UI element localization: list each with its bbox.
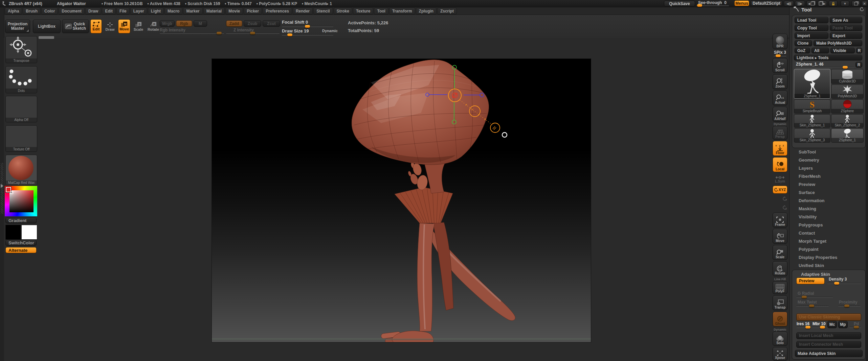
quicksave-button[interactable]: QuickSave xyxy=(664,1,695,6)
menu-marker[interactable]: Marker xyxy=(183,8,202,15)
section-preview[interactable]: Preview xyxy=(791,180,866,189)
frame-step-forward-icon[interactable]: |||▶ xyxy=(795,1,805,6)
shelf-solo-button[interactable]: Solo xyxy=(773,332,787,346)
shelf-transp-button[interactable]: Transp xyxy=(773,295,787,310)
mp-button[interactable]: Mp xyxy=(838,321,848,328)
doc-forward-icon[interactable]: ▶ xyxy=(817,1,827,6)
current-tool-slider[interactable] xyxy=(796,67,854,68)
import-button[interactable]: Import xyxy=(795,32,828,39)
menu-document[interactable]: Document xyxy=(59,8,85,15)
shelf-ghost-button[interactable]: Ghost xyxy=(773,312,787,327)
tray-stroke-dots-thumb[interactable]: Dots xyxy=(5,66,37,93)
focal-shift-slider[interactable] xyxy=(282,26,333,27)
thumbnail-zsphere[interactable]: ZSphere xyxy=(831,99,864,114)
clone-button[interactable]: Clone xyxy=(795,40,812,46)
section-morph-target[interactable]: Morph Target xyxy=(791,237,866,245)
main-color-swatch[interactable] xyxy=(5,225,21,240)
panel-reset-icon[interactable] xyxy=(860,7,864,11)
shelf-actual-button[interactable]: x1 Actual xyxy=(773,91,787,105)
tray-alpha-thumb[interactable]: Alpha Off xyxy=(5,96,37,122)
pd-handle[interactable] xyxy=(854,326,859,329)
visible-button[interactable]: Visible xyxy=(830,48,855,53)
lightbox-button[interactable]: LightBox xyxy=(33,20,61,33)
thumbnail-skin-zsphere-2[interactable]: Skin_ZSphere_2 xyxy=(831,114,864,128)
make-adaptive-skin-button[interactable]: Make Adaptive Skin xyxy=(795,350,863,357)
current-tool-handle[interactable] xyxy=(843,66,848,69)
thumbnail-zsphere-1[interactable]: ZSphere_1 xyxy=(831,128,864,143)
menu-layer[interactable]: Layer xyxy=(130,8,147,15)
make-polymesh3d-button[interactable]: Make PolyMesh3D xyxy=(814,40,862,46)
shelf-scale-button[interactable]: Scale xyxy=(773,245,787,260)
menu-texture[interactable]: Texture xyxy=(353,8,373,15)
shelf-xpose-button[interactable]: Xpose xyxy=(773,347,787,361)
rotate-button[interactable]: R Rotate xyxy=(147,20,160,33)
section-fibermesh[interactable]: FiberMesh xyxy=(791,172,866,180)
menu-movie[interactable]: Movie xyxy=(225,8,243,15)
pd-slider[interactable] xyxy=(849,327,861,328)
thumbnail-simplebrush[interactable]: S SimpleBrush xyxy=(794,99,830,114)
proximity-slider[interactable] xyxy=(838,306,861,307)
goz-button[interactable]: GoZ xyxy=(795,48,810,53)
menu-picker[interactable]: Picker xyxy=(244,8,262,15)
goz-r-button[interactable]: R xyxy=(856,48,862,53)
adaptive-skin-header[interactable]: Adaptive Skin xyxy=(801,272,830,277)
draw-size-handle[interactable] xyxy=(287,33,292,36)
menu-file[interactable]: File xyxy=(116,8,130,15)
density-slider[interactable] xyxy=(827,283,861,284)
tray-transpose-thumb[interactable]: Transpose xyxy=(5,36,37,63)
move-button[interactable]: M Move xyxy=(118,19,130,33)
shelf-rotate-button[interactable]: Rotate xyxy=(773,261,787,276)
shelf-persp-button[interactable]: Persp xyxy=(773,126,787,140)
tool-r-button[interactable]: R xyxy=(855,62,862,68)
ires-handle[interactable] xyxy=(805,326,810,329)
shelf-frame-button[interactable]: Frame xyxy=(773,213,787,227)
shelf-zoom-button[interactable]: Zoom xyxy=(773,74,787,89)
z-intensity-handle[interactable] xyxy=(250,32,255,34)
max-twist-handle[interactable] xyxy=(809,305,814,307)
rgb-intensity-handle[interactable] xyxy=(217,32,222,34)
menu-macro[interactable]: Macro xyxy=(164,8,182,15)
zadd-toggle[interactable]: Zadd xyxy=(226,20,242,27)
active-tool-thumbnail[interactable]: ZSphere_1 xyxy=(794,69,830,99)
ires-slider[interactable] xyxy=(797,327,811,328)
canvas-scroll-thumb[interactable] xyxy=(39,36,54,39)
use-classic-skinning-button[interactable]: Use Classic Skinning xyxy=(796,313,861,321)
color-picker[interactable] xyxy=(5,186,37,216)
see-through-handle[interactable] xyxy=(697,4,702,7)
alternate-button[interactable]: Alternate xyxy=(5,247,37,253)
max-twist-slider[interactable] xyxy=(796,306,829,307)
adaptive-preview-button[interactable]: Preview xyxy=(796,278,825,284)
paste-tool-button[interactable]: Paste Tool xyxy=(830,25,862,31)
shelf-scroll-button[interactable]: Scroll xyxy=(773,58,787,73)
rgb-intensity-slider[interactable] xyxy=(160,33,224,34)
shelf-rotate-z-button[interactable]: Z xyxy=(773,204,787,211)
minimize-button[interactable]: ▼ xyxy=(841,1,849,6)
shelf-aahalf-button[interactable]: AAHalf xyxy=(773,107,787,122)
section-display-properties[interactable]: Display Properties xyxy=(791,254,866,262)
section-geometry[interactable]: Geometry xyxy=(791,156,866,164)
shelf-local-button[interactable]: Local xyxy=(773,157,787,172)
draw-button[interactable]: Draw xyxy=(104,20,116,33)
mbr-slider[interactable] xyxy=(813,327,826,328)
save-as-button[interactable]: Save As xyxy=(830,17,862,23)
section-polypaint[interactable]: Polypaint xyxy=(791,245,866,254)
thumbnail-cylinder3d[interactable]: Cylinder3D xyxy=(831,69,864,84)
lock-icon[interactable] xyxy=(829,1,838,6)
proximity-handle[interactable] xyxy=(844,305,849,307)
menu-brush[interactable]: Brush xyxy=(23,8,41,15)
menu-alpha[interactable]: Alpha xyxy=(5,8,22,15)
shelf-floor-button[interactable]: x y z Floor xyxy=(773,141,787,156)
shelf-xyz-button[interactable]: XYZ xyxy=(773,186,787,194)
tray-material-thumb[interactable]: MatCap Red Wax xyxy=(5,155,37,185)
left-divider-arrow-icon[interactable] xyxy=(1,184,3,188)
menu-preferences[interactable]: Preferences xyxy=(263,8,292,15)
section-deformation[interactable]: Deformation xyxy=(791,197,866,205)
menu-material[interactable]: Material xyxy=(203,8,225,15)
section-polygroups[interactable]: Polygroups xyxy=(791,221,866,229)
rgb-toggle[interactable]: Rgb xyxy=(176,20,192,27)
quick-sketch-button[interactable]: Quick Sketch xyxy=(62,20,89,33)
section-layers[interactable]: Layers xyxy=(791,164,866,172)
edit-button[interactable]: Edit xyxy=(90,19,102,33)
switch-color-button[interactable]: SwitchColor xyxy=(5,240,37,246)
density-handle[interactable] xyxy=(834,282,839,285)
